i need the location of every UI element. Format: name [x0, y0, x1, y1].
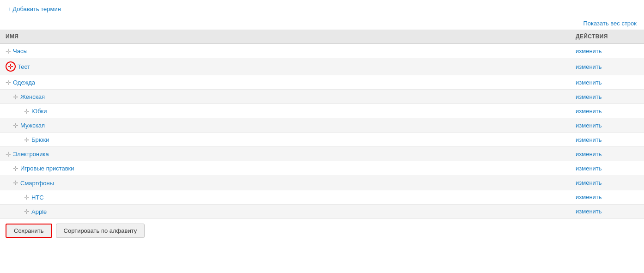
col-actions-header: ДЕЙСТВИЯ: [570, 30, 644, 44]
edit-link[interactable]: изменить: [576, 151, 602, 158]
drag-handle-icon[interactable]: ✛: [24, 137, 30, 143]
sort-alpha-button[interactable]: Сортировать по алфавиту: [56, 224, 145, 238]
row-name-cell: ✛Часы: [0, 44, 570, 58]
drag-handle-icon[interactable]: ✛: [24, 194, 30, 200]
col-name-header: ИМЯ: [0, 30, 570, 44]
row-name-link[interactable]: Часы: [13, 48, 28, 55]
row-name-link[interactable]: Тест: [18, 63, 30, 70]
show-weight-link[interactable]: Показать вес строк: [583, 20, 637, 27]
table-row: ✛Игровые приставкиизменить: [0, 161, 644, 176]
row-name-cell: ✛Юбки: [0, 104, 570, 118]
add-term-link[interactable]: + Добавить термин: [7, 6, 61, 12]
drag-handle-icon[interactable]: ✛: [13, 94, 18, 100]
row-actions-cell: изменить: [570, 118, 644, 133]
table-row: ✛Электроникаизменить: [0, 147, 644, 161]
row-actions-cell: изменить: [570, 147, 644, 161]
terms-table: ИМЯ ДЕЙСТВИЯ ✛Часыизменить✛Тестизменить✛…: [0, 30, 644, 219]
row-name-cell: ✛Электроника: [0, 147, 570, 161]
drag-handle-icon[interactable]: ✛: [6, 48, 11, 55]
top-bar: + Добавить термин Показать вес строк: [0, 0, 644, 30]
row-name-link[interactable]: Игровые приставки: [20, 165, 74, 172]
table-row: ✛Брюкиизменить: [0, 133, 644, 147]
footer-buttons: Сохранить Сортировать по алфавиту: [0, 219, 644, 243]
row-actions-cell: изменить: [570, 176, 644, 190]
table-row: ✛Женскаяизменить: [0, 90, 644, 104]
drag-handle-icon[interactable]: ✛: [6, 79, 11, 86]
row-actions-cell: изменить: [570, 104, 644, 118]
drag-handle-icon[interactable]: ✛: [13, 165, 18, 172]
table-row: ✛Юбкиизменить: [0, 104, 644, 118]
edit-link[interactable]: изменить: [576, 208, 602, 215]
edit-link[interactable]: изменить: [576, 63, 602, 70]
edit-link[interactable]: изменить: [576, 194, 602, 200]
table-row: ✛Смартфоныизменить: [0, 176, 644, 190]
row-actions-cell: изменить: [570, 75, 644, 90]
edit-link[interactable]: изменить: [576, 93, 602, 100]
table-row: ✛Тестизменить: [0, 58, 644, 75]
drag-handle-icon[interactable]: ✛: [13, 180, 18, 186]
edit-link[interactable]: изменить: [576, 79, 602, 86]
row-name-cell: ✛Женская: [0, 90, 570, 104]
edit-link[interactable]: изменить: [576, 48, 602, 55]
table-row: ✛Appleизменить: [0, 204, 644, 218]
row-name-cell: ✛Apple: [0, 204, 570, 218]
drag-handle-icon[interactable]: ✛: [24, 208, 30, 215]
row-name-cell: ✛Тест: [0, 58, 570, 75]
row-name-cell: ✛Мужская: [0, 118, 570, 133]
row-name-link[interactable]: Apple: [31, 208, 47, 215]
drag-handle-icon[interactable]: ✛: [13, 122, 18, 129]
edit-link[interactable]: изменить: [576, 136, 602, 143]
row-name-cell: ✛Игровые приставки: [0, 161, 570, 176]
row-actions-cell: изменить: [570, 58, 644, 75]
edit-link[interactable]: изменить: [576, 179, 602, 186]
row-actions-cell: изменить: [570, 44, 644, 58]
edit-link[interactable]: изменить: [576, 165, 602, 172]
drag-handle-icon[interactable]: ✛: [24, 108, 30, 115]
row-name-cell: ✛НТС: [0, 190, 570, 204]
row-actions-cell: изменить: [570, 133, 644, 147]
row-actions-cell: изменить: [570, 90, 644, 104]
row-name-link[interactable]: Электроника: [13, 151, 49, 158]
row-name-link[interactable]: НТС: [31, 194, 44, 201]
drag-handle-icon[interactable]: ✛: [6, 151, 11, 158]
row-name-link[interactable]: Мужская: [20, 122, 45, 129]
save-button[interactable]: Сохранить: [6, 224, 52, 238]
row-name-cell: ✛Смартфоны: [0, 176, 570, 190]
row-name-cell: ✛Брюки: [0, 133, 570, 147]
row-actions-cell: изменить: [570, 190, 644, 204]
table-row: ✛Часыизменить: [0, 44, 644, 58]
row-name-link[interactable]: Женская: [20, 93, 45, 100]
row-name-link[interactable]: Смартфоны: [20, 180, 54, 187]
row-name-link[interactable]: Брюки: [31, 136, 49, 143]
edit-link[interactable]: изменить: [576, 122, 602, 129]
drag-handle-icon[interactable]: ✛: [6, 61, 16, 72]
row-name-cell: ✛Одежда: [0, 75, 570, 90]
row-name-link[interactable]: Одежда: [13, 79, 35, 86]
table-row: ✛Мужскаяизменить: [0, 118, 644, 133]
row-actions-cell: изменить: [570, 204, 644, 218]
table-row: ✛Одеждаизменить: [0, 75, 644, 90]
row-name-link[interactable]: Юбки: [31, 108, 47, 115]
edit-link[interactable]: изменить: [576, 108, 602, 115]
row-actions-cell: изменить: [570, 161, 644, 176]
table-row: ✛НТСизменить: [0, 190, 644, 204]
